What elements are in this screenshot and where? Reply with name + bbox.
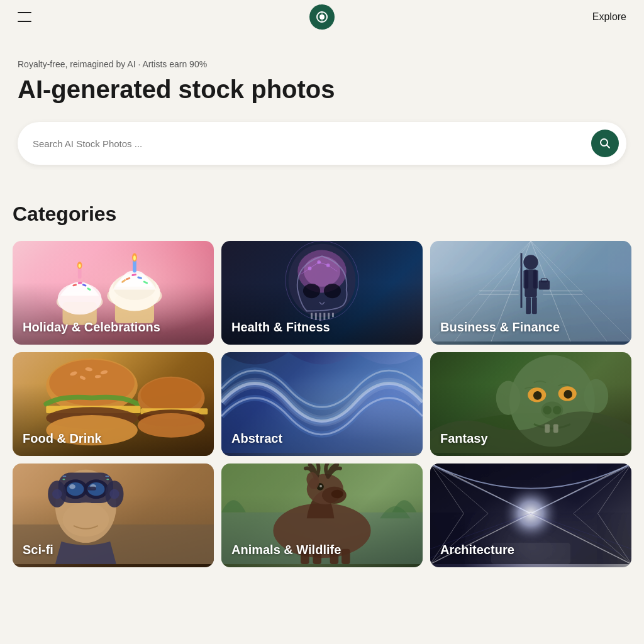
category-card-business[interactable]: Business & Finance (430, 241, 631, 345)
svg-point-72 (138, 413, 205, 438)
svg-rect-102 (63, 475, 67, 477)
svg-point-78 (564, 390, 572, 399)
hero-title: AI-generated stock photos (18, 75, 626, 103)
svg-rect-50 (526, 297, 531, 314)
category-label-animals: Animals & Wildlife (231, 542, 341, 557)
category-label-health: Health & Fitness (231, 319, 330, 335)
svg-point-24 (79, 264, 81, 268)
svg-rect-96 (87, 487, 96, 491)
svg-point-69 (141, 378, 202, 412)
category-label-scifi: Sci-fi (23, 542, 53, 557)
search-input[interactable] (33, 138, 591, 149)
category-label-architecture: Architecture (440, 542, 514, 557)
svg-point-134 (501, 483, 562, 544)
categories-section: Categories (0, 190, 644, 580)
search-submit-button[interactable] (591, 130, 619, 157)
categories-grid: Holiday & Celebrations (13, 241, 631, 567)
header: Explore (0, 0, 644, 34)
svg-point-28 (303, 284, 320, 298)
category-label-holiday: Holiday & Celebrations (23, 319, 160, 335)
svg-rect-45 (521, 253, 523, 308)
svg-point-81 (553, 406, 562, 414)
svg-rect-105 (106, 479, 109, 480)
svg-point-100 (109, 489, 119, 499)
category-card-abstract[interactable]: Abstract (221, 352, 423, 456)
hero-subtitle: Royalty-free, reimagined by AI · Artists… (18, 59, 626, 69)
svg-rect-112 (341, 549, 350, 564)
svg-rect-48 (523, 270, 528, 289)
svg-rect-103 (105, 475, 109, 477)
svg-point-80 (543, 406, 552, 414)
category-label-food: Food & Drink (23, 431, 102, 446)
category-card-fantasy[interactable]: Fantasy (430, 352, 631, 456)
explore-button[interactable]: Explore (592, 11, 626, 23)
svg-point-14 (133, 255, 136, 260)
category-card-animals[interactable]: Animals & Wildlife (221, 464, 423, 567)
categories-heading: Categories (13, 203, 631, 226)
category-card-holiday[interactable]: Holiday & Celebrations (13, 241, 214, 345)
category-card-food[interactable]: Food & Drink (13, 352, 214, 456)
svg-point-115 (331, 490, 343, 499)
header-nav: Explore (18, 11, 626, 23)
svg-point-27 (304, 256, 340, 286)
svg-point-101 (63, 502, 109, 536)
svg-point-77 (533, 391, 542, 400)
svg-point-94 (69, 484, 75, 489)
svg-point-84 (496, 381, 521, 415)
category-label-business: Business & Finance (440, 319, 560, 335)
svg-rect-104 (63, 479, 65, 480)
search-bar (18, 122, 626, 165)
logo[interactable] (309, 4, 335, 30)
menu-icon[interactable] (18, 12, 31, 22)
hero-section: Royalty-free, reimagined by AI · Artists… (0, 34, 644, 190)
category-card-architecture[interactable]: Architecture (430, 464, 631, 567)
category-card-scifi[interactable]: Sci-fi (13, 464, 214, 567)
svg-rect-49 (533, 270, 538, 289)
svg-rect-51 (532, 297, 537, 314)
category-label-abstract: Abstract (231, 431, 282, 446)
category-label-fantasy: Fantasy (440, 431, 488, 446)
category-card-health[interactable]: Health & Fitness (221, 241, 423, 345)
svg-point-117 (319, 485, 322, 487)
svg-point-92 (67, 482, 84, 496)
svg-point-99 (52, 489, 62, 499)
svg-point-29 (324, 284, 341, 298)
svg-point-85 (584, 379, 608, 413)
svg-point-46 (523, 255, 538, 269)
